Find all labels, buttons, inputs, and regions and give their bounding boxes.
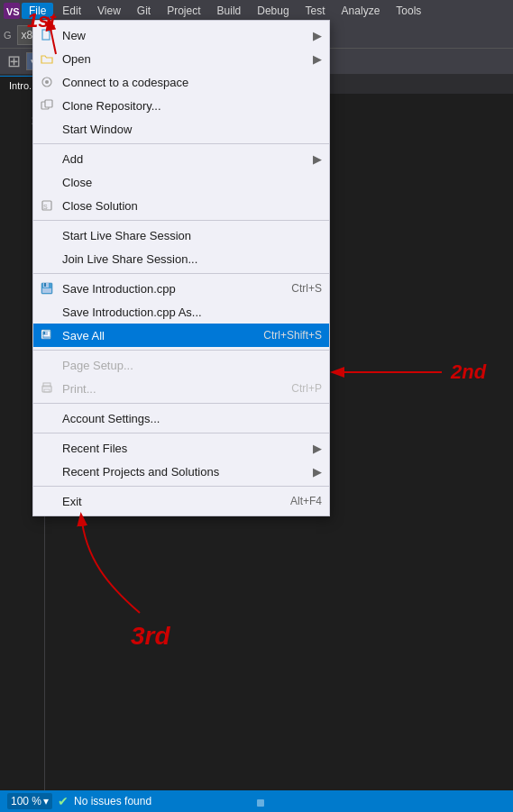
file-dropdown-menu: New ▶ Open ▶ Connect to a codespace Clon… [32,20,330,516]
open-icon [37,52,57,65]
menu-item-close-solution[interactable]: S Close Solution [33,194,329,217]
connect-codespace-label: Connect to a codespace [62,76,188,89]
toolbar-label: G [4,30,12,41]
codespace-icon [37,76,57,88]
menu-item-start-live-share[interactable]: Start Live Share Session [33,224,329,247]
zoom-value: 100 % [11,795,41,807]
save-all-shortcut: Ctrl+Shift+S [263,329,322,342]
clone-icon [37,99,57,112]
svg-rect-15 [42,288,51,293]
svg-point-7 [45,80,49,84]
open-arrow: ▶ [313,52,322,66]
menu-item-add[interactable]: Add ▶ [33,147,329,170]
print-shortcut: Ctrl+P [291,382,322,395]
menu-file[interactable]: File [22,3,53,19]
menu-item-start-window[interactable]: Start Window [33,117,329,141]
status-check-icon: ✔ [58,794,69,808]
zoom-arrow-icon: ▾ [43,795,49,807]
separator-7 [33,486,329,487]
menu-item-join-live-share[interactable]: Join Live Share Session... [33,247,329,270]
menu-git[interactable]: Git [130,3,158,19]
svg-rect-9 [45,100,52,107]
recent-projects-label: Recent Projects and Solutions [62,465,219,479]
scroll-indicator [257,799,264,807]
open-label: Open [62,52,91,66]
new-file-icon [37,29,57,41]
menu-item-save[interactable]: Save Introduction.cpp Ctrl+S [33,277,329,300]
svg-rect-14 [44,283,46,287]
status-text: No issues found [74,795,151,807]
separator-6 [33,433,329,433]
menu-test[interactable]: Test [298,3,333,19]
save-all-label: Save All [62,329,105,342]
separator-1 [33,143,329,144]
close-solution-icon: S [37,199,57,212]
print-icon [37,382,57,395]
menu-item-new[interactable]: New ▶ [33,23,329,47]
save-shortcut: Ctrl+S [291,282,322,295]
new-label: New [62,29,86,42]
menu-item-connect-codespace[interactable]: Connect to a codespace [33,70,329,94]
menu-item-close[interactable]: Close [33,170,329,194]
menu-debug[interactable]: Debug [250,3,296,19]
new-arrow: ▶ [313,29,322,42]
status-bar: 100 % ▾ ✔ No issues found [0,790,513,812]
menu-bar: VS File Edit View Git Project Build Debu… [0,0,513,22]
vs-logo-icon: VS [4,3,20,19]
menu-view[interactable]: View [90,3,128,19]
add-label: Add [62,152,83,166]
clone-repo-label: Clone Repository... [62,99,161,113]
account-settings-label: Account Settings... [62,412,160,425]
start-live-share-label: Start Live Share Session [62,229,191,242]
menu-edit[interactable]: Edit [55,3,88,19]
menu-project[interactable]: Project [160,3,207,19]
save-label: Save Introduction.cpp [62,282,176,296]
menu-item-page-setup: Page Setup... [33,353,329,377]
join-live-share-label: Join Live Share Session... [62,252,197,266]
menu-item-save-as[interactable]: Save Introduction.cpp As... [33,300,329,324]
menu-item-clone-repo[interactable]: Clone Repository... [33,94,329,117]
recent-files-arrow: ▶ [313,442,322,455]
recent-files-label: Recent Files [62,442,127,455]
toolbar2-icon: ⊞ [4,51,24,71]
menu-tools[interactable]: Tools [389,3,428,19]
menu-item-save-all[interactable]: Save All Ctrl+Shift+S [33,324,329,347]
menu-item-account-settings[interactable]: Account Settings... [33,406,329,430]
save-icon [37,282,57,295]
zoom-dropdown[interactable]: 100 % ▾ [7,793,52,809]
menu-item-exit[interactable]: Exit Alt+F4 [33,489,329,513]
add-arrow: ▶ [313,152,322,166]
menu-analyze[interactable]: Analyze [334,3,388,19]
exit-label: Exit [62,495,82,508]
save-all-icon [37,329,57,342]
separator-2 [33,220,329,221]
separator-4 [33,350,329,351]
svg-text:VS: VS [6,6,20,17]
separator-5 [33,403,329,404]
start-window-label: Start Window [62,123,132,136]
menu-item-open[interactable]: Open ▶ [33,47,329,70]
print-label: Print... [62,382,96,396]
exit-shortcut: Alt+F4 [290,495,322,507]
page-setup-label: Page Setup... [62,359,133,372]
menu-item-recent-files[interactable]: Recent Files ▶ [33,436,329,460]
close-label: Close [62,176,92,189]
menu-item-recent-projects[interactable]: Recent Projects and Solutions ▶ [33,460,329,483]
separator-3 [33,273,329,274]
svg-text:S: S [43,204,48,210]
status-left: 100 % ▾ ✔ No issues found [7,793,151,809]
save-as-label: Save Introduction.cpp As... [62,306,202,319]
menu-build[interactable]: Build [210,3,249,19]
recent-projects-arrow: ▶ [313,465,322,479]
menu-item-print: Print... Ctrl+P [33,377,329,400]
close-solution-label: Close Solution [62,199,138,213]
